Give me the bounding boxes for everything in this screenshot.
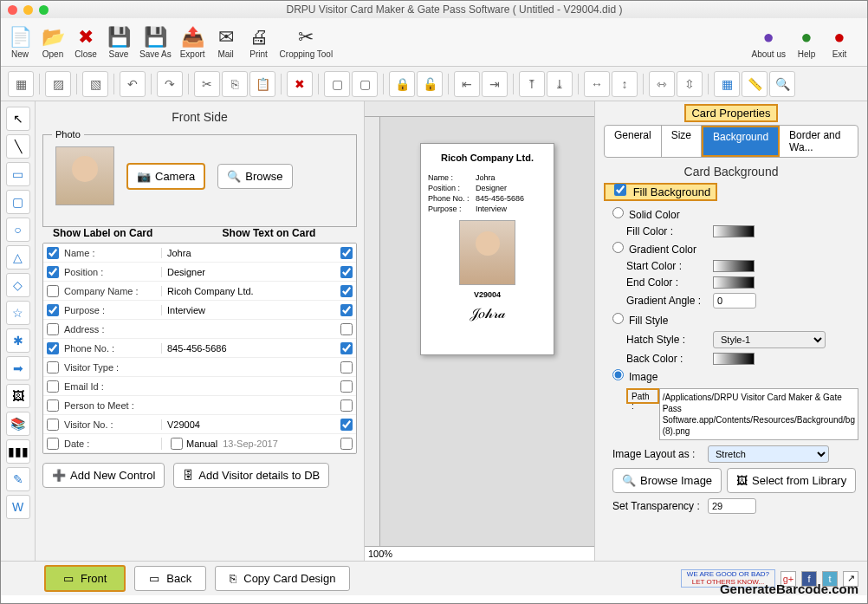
image-radio[interactable]: Image bbox=[612, 371, 657, 383]
show-text-checkbox[interactable] bbox=[340, 304, 353, 316]
cut-button[interactable]: ✂ bbox=[194, 71, 220, 97]
library-tool[interactable]: 📚 bbox=[6, 412, 30, 436]
solid-color-radio[interactable]: Solid Color bbox=[612, 209, 680, 221]
show-text-checkbox[interactable] bbox=[340, 399, 353, 412]
show-label-checkbox[interactable] bbox=[47, 380, 59, 393]
browse-button[interactable]: 🔍Browse bbox=[217, 164, 292, 189]
tool-btn[interactable]: ▦ bbox=[8, 71, 34, 97]
watermark-tool[interactable]: W bbox=[6, 495, 30, 519]
minimize-window-icon[interactable] bbox=[23, 5, 33, 15]
grid-button[interactable]: ▦ bbox=[714, 71, 740, 97]
cursor-tool[interactable]: ↖ bbox=[6, 107, 30, 131]
tool-btn[interactable]: ▨ bbox=[45, 71, 71, 97]
show-label-checkbox[interactable] bbox=[47, 304, 59, 316]
ellipse-tool[interactable]: ○ bbox=[6, 218, 30, 242]
dist-v-button[interactable]: ⇳ bbox=[677, 71, 703, 97]
show-label-checkbox[interactable] bbox=[47, 266, 59, 278]
barcode-tool[interactable]: ▮▮▮ bbox=[6, 439, 30, 464]
diamond-tool[interactable]: ◇ bbox=[6, 273, 30, 297]
roundrect-tool[interactable]: ▢ bbox=[6, 190, 30, 214]
camera-button[interactable]: 📷Camera bbox=[126, 163, 205, 190]
save-button[interactable]: 💾Save bbox=[107, 25, 131, 59]
print-button[interactable]: 🖨Print bbox=[247, 25, 271, 59]
copy-design-button[interactable]: ⎘Copy Card Design bbox=[215, 566, 350, 591]
field-value[interactable]: Interview bbox=[161, 305, 337, 315]
maximize-window-icon[interactable] bbox=[39, 5, 49, 15]
fill-background-checkbox[interactable]: Fill Background bbox=[604, 183, 717, 201]
ruler-button[interactable]: 📏 bbox=[742, 71, 768, 97]
undo-button[interactable]: ↶ bbox=[120, 71, 146, 97]
show-label-checkbox[interactable] bbox=[47, 323, 59, 335]
show-text-checkbox[interactable] bbox=[340, 285, 353, 297]
align-right-button[interactable]: ⇥ bbox=[482, 71, 508, 97]
show-text-checkbox[interactable] bbox=[340, 438, 353, 450]
front-tab-button[interactable]: ▭Front bbox=[44, 565, 126, 592]
triangle-tool[interactable]: △ bbox=[6, 245, 30, 270]
browse-image-button[interactable]: 🔍Browse Image bbox=[612, 468, 722, 493]
start-color-swatch[interactable] bbox=[713, 260, 755, 272]
tab-size[interactable]: Size bbox=[662, 126, 702, 157]
zoom-level[interactable]: 100% bbox=[365, 546, 594, 561]
field-value[interactable]: Johra bbox=[161, 248, 337, 258]
align-top-button[interactable]: ⤒ bbox=[519, 71, 545, 97]
rect-tool[interactable]: ▭ bbox=[6, 162, 30, 186]
gradient-angle-input[interactable] bbox=[713, 293, 756, 308]
add-db-button[interactable]: 🗄Add Visitor details to DB bbox=[173, 463, 329, 488]
tab-border[interactable]: Border and Wa... bbox=[780, 126, 858, 157]
crop-button[interactable]: ✂Cropping Tool bbox=[280, 25, 334, 59]
signature-tool[interactable]: ✎ bbox=[6, 467, 30, 491]
add-control-button[interactable]: ➕Add New Control bbox=[42, 463, 165, 488]
delete-button[interactable]: ✖ bbox=[287, 71, 313, 97]
image-tool[interactable]: 🖼 bbox=[6, 384, 30, 408]
dist-h-button[interactable]: ⇿ bbox=[649, 71, 675, 97]
tab-general[interactable]: General bbox=[605, 126, 662, 157]
about-button[interactable]: ●About us bbox=[752, 25, 786, 59]
field-value[interactable]: 845-456-5686 bbox=[161, 343, 337, 354]
field-value[interactable]: Manual 13-Sep-2017 bbox=[161, 438, 337, 450]
center-v-button[interactable]: ↕ bbox=[612, 71, 638, 97]
unlock-button[interactable]: 🔓 bbox=[417, 71, 443, 97]
center-h-button[interactable]: ↔ bbox=[584, 71, 610, 97]
fill-style-radio[interactable]: Fill Style bbox=[612, 315, 668, 327]
copy-button[interactable]: ⎘ bbox=[222, 71, 248, 97]
align-bottom-button[interactable]: ⤓ bbox=[547, 71, 573, 97]
paste-button[interactable]: 📋 bbox=[249, 71, 275, 97]
align-left-button[interactable]: ⇤ bbox=[454, 71, 480, 97]
hatch-style-select[interactable]: Style-1 bbox=[713, 331, 826, 348]
field-value[interactable]: Designer bbox=[161, 267, 337, 277]
show-text-checkbox[interactable] bbox=[340, 323, 353, 335]
line-tool[interactable]: ╲ bbox=[6, 134, 30, 159]
show-label-checkbox[interactable] bbox=[47, 419, 59, 431]
manual-checkbox[interactable] bbox=[171, 438, 183, 450]
close-button[interactable]: ✖Close bbox=[74, 25, 98, 59]
canvas[interactable]: Ricoh Company Ltd. Name :Johra Position … bbox=[380, 117, 594, 546]
arrow-tool[interactable]: ➡ bbox=[6, 356, 30, 380]
show-label-checkbox[interactable] bbox=[47, 247, 59, 259]
show-text-checkbox[interactable] bbox=[340, 247, 353, 259]
back-tab-button[interactable]: ▭Back bbox=[134, 566, 206, 591]
field-value[interactable]: V29004 bbox=[161, 419, 337, 430]
show-text-checkbox[interactable] bbox=[340, 361, 353, 373]
show-label-checkbox[interactable] bbox=[47, 399, 59, 412]
transparency-input[interactable] bbox=[708, 498, 756, 514]
burst-tool[interactable]: ✱ bbox=[6, 328, 30, 353]
new-button[interactable]: 📄New bbox=[8, 25, 32, 59]
card-preview[interactable]: Ricoh Company Ltd. Name :Johra Position … bbox=[420, 143, 554, 355]
select-library-button[interactable]: 🖼Select from Library bbox=[727, 468, 856, 493]
show-label-checkbox[interactable] bbox=[47, 438, 59, 450]
save-as-button[interactable]: 💾Save As bbox=[139, 25, 172, 59]
redo-button[interactable]: ↷ bbox=[157, 71, 183, 97]
gradient-color-radio[interactable]: Gradient Color bbox=[612, 244, 696, 256]
show-text-checkbox[interactable] bbox=[340, 419, 353, 431]
show-label-checkbox[interactable] bbox=[47, 285, 59, 297]
show-label-checkbox[interactable] bbox=[47, 361, 59, 373]
mail-button[interactable]: ✉Mail bbox=[214, 25, 238, 59]
show-label-checkbox[interactable] bbox=[47, 342, 59, 354]
lock-button[interactable]: 🔒 bbox=[389, 71, 415, 97]
fill-color-swatch[interactable] bbox=[713, 225, 755, 237]
end-color-swatch[interactable] bbox=[713, 276, 755, 289]
field-value[interactable]: Ricoh Company Ltd. bbox=[161, 286, 337, 296]
show-text-checkbox[interactable] bbox=[340, 342, 353, 354]
tool-btn[interactable]: ▢ bbox=[324, 71, 350, 97]
export-button[interactable]: 📤Export bbox=[180, 25, 205, 59]
